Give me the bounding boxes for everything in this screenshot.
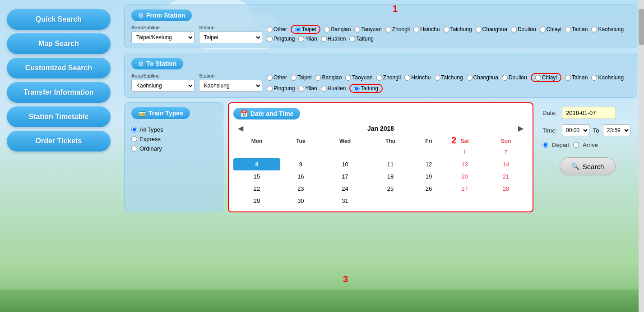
sidebar-item-customized-search[interactable]: Customized Search: [7, 58, 111, 78]
from-radio-changhua: Changhua: [476, 25, 507, 34]
calendar-day[interactable]: 23: [280, 183, 321, 195]
to-station-form: Area/Subline Kaohsiung Taipei/Keelung Ta…: [131, 73, 630, 93]
annotation-1: 1: [393, 4, 398, 14]
from-area-select[interactable]: Taipei/Keelung Taichung Kaohsiung: [131, 32, 195, 43]
from-station-icon: ⊙: [138, 12, 144, 19]
cal-header-sun: Sun: [484, 136, 528, 146]
to-station-title: To Station: [146, 60, 176, 67]
scrollbar-thumb[interactable]: [639, 9, 644, 45]
calendar-day[interactable]: 17: [321, 170, 369, 183]
calendar-day[interactable]: 18: [369, 170, 412, 183]
bottom-grass: [0, 289, 639, 312]
calendar-day[interactable]: 19: [412, 170, 445, 183]
to-station-icon: ⊙: [138, 60, 144, 67]
calendar-day[interactable]: 11: [369, 158, 412, 170]
calendar-day[interactable]: 14: [484, 158, 528, 170]
calendar: ◀ Jan 2018 ▶ Mon Tue Wed Thu Fri: [233, 124, 528, 207]
to-radio-taichung: Taichung: [435, 73, 463, 82]
sidebar-item-map-search[interactable]: Map Search: [7, 33, 111, 54]
to-area-select[interactable]: Kaohsiung Taipei/Keelung Taichung: [131, 80, 195, 92]
cal-header-wed: Wed: [321, 136, 369, 146]
calendar-day[interactable]: 7: [484, 146, 528, 158]
scrollbar[interactable]: [639, 0, 644, 312]
depart-label: Depart: [552, 142, 570, 148]
search-button[interactable]: 🔍 Search: [560, 157, 616, 175]
calendar-day[interactable]: 22: [233, 183, 280, 195]
to-station-select[interactable]: Kaohsiung Taipei: [199, 80, 262, 92]
date-row: Date:: [542, 107, 633, 119]
from-radio-yilan: Yilan: [298, 36, 317, 42]
train-type-express-radio[interactable]: [131, 136, 137, 142]
calendar-day[interactable]: 25: [369, 183, 412, 195]
calendar-day[interactable]: 9: [280, 158, 321, 170]
sidebar-item-transfer-info[interactable]: Transfer Information: [7, 82, 111, 103]
calendar-day[interactable]: 28: [484, 183, 528, 195]
calendar-day[interactable]: 10: [321, 158, 369, 170]
bottom-section: 🚃 Train Types All Types Express Ordinary: [124, 102, 637, 212]
from-station-radios: Other Taipei Banqiao Taoyuan: [267, 25, 630, 42]
calendar-next-btn[interactable]: ▶: [518, 124, 524, 133]
calendar-day[interactable]: 26: [412, 183, 445, 195]
arrive-radio[interactable]: [573, 142, 579, 148]
search-icon: 🔍: [571, 162, 580, 170]
cal-header-fri: Fri: [412, 136, 445, 146]
calendar-day[interactable]: 13: [445, 158, 484, 170]
calendar-day[interactable]: 21: [484, 170, 528, 183]
calendar-day: [412, 195, 445, 207]
datetime-header: 📅 Date and Time: [233, 108, 300, 119]
calendar-prev-btn[interactable]: ◀: [238, 124, 243, 133]
calendar-day[interactable]: 12: [412, 158, 445, 170]
from-radio-zhongli: Zhongli: [385, 25, 410, 34]
time-from-select[interactable]: 00:00 01:00 06:00: [562, 124, 589, 136]
calendar-day[interactable]: 29: [233, 195, 280, 207]
sidebar-item-quick-search[interactable]: Quick Search: [7, 9, 111, 30]
calendar-day: [484, 195, 528, 207]
calendar-day[interactable]: 20: [445, 170, 484, 183]
calendar-day[interactable]: 8: [233, 158, 280, 170]
to-radio-douliou: Douliou: [502, 73, 527, 82]
depart-row: Depart Arrive: [542, 142, 633, 148]
sidebar-item-order-tickets[interactable]: Order Tickets: [7, 131, 111, 151]
calendar-day[interactable]: 31: [321, 195, 369, 207]
train-type-ordinary-radio[interactable]: [131, 146, 137, 151]
sidebar-item-station-timetable[interactable]: Station Timetable: [7, 106, 111, 127]
depart-radio[interactable]: [542, 142, 548, 148]
date-input[interactable]: [562, 107, 616, 119]
train-types-title: Train Types: [148, 110, 183, 117]
from-radio-hualien: Hualien: [321, 36, 346, 42]
calendar-day[interactable]: 30: [280, 195, 321, 207]
train-type-list: All Types Express Ordinary: [131, 126, 216, 152]
calendar-nav: ◀ Jan 2018 ▶: [233, 124, 528, 133]
calendar-day[interactable]: 15: [233, 170, 280, 183]
calendar-day: [233, 146, 280, 158]
train-type-all: All Types: [131, 126, 216, 133]
to-radio-tainan: Tainan: [565, 73, 588, 82]
right-panel: Date: Time: 00:00 01:00 06:00 To 23:59 1…: [538, 102, 637, 212]
datetime-panel: 📅 Date and Time ◀ Jan 2018 ▶ Mon Tue: [228, 102, 533, 212]
train-type-all-radio[interactable]: [131, 127, 137, 133]
to-radio-yilan: Yilan: [298, 84, 317, 93]
from-station-header: ⊙ From Station: [131, 9, 192, 21]
date-label: Date:: [542, 110, 558, 116]
from-radio-other: Other: [267, 25, 287, 34]
from-radio-banqiao: Banqiao: [324, 25, 351, 34]
calendar-day[interactable]: 16: [280, 170, 321, 183]
to-radio-kaohsiung: Kaohsiung: [591, 73, 624, 82]
calendar-day: [369, 146, 412, 158]
to-radio-hualien: Hualien: [321, 84, 346, 93]
calendar-day[interactable]: 1: [445, 146, 484, 158]
to-station-radios: Other Taipei Banqiao Taoyuan: [267, 73, 630, 93]
from-station-select[interactable]: Taipei Banqiao: [199, 32, 262, 43]
from-area-group: Area/Subline Taipei/Keelung Taichung Kao…: [131, 25, 195, 43]
to-radio-taitung: Taitung: [349, 84, 383, 93]
annotation-3: 3: [343, 274, 348, 284]
to-radio-chiayi: Chiayi: [531, 73, 561, 82]
time-to-select[interactable]: 23:59 12:00: [603, 124, 630, 136]
from-radio-douliou: Douliou: [511, 25, 536, 34]
from-station-title: From Station: [146, 12, 185, 19]
calendar-day[interactable]: 27: [445, 183, 484, 195]
calendar-day: [369, 195, 412, 207]
to-radio-taoyuan: Taoyuan: [345, 73, 372, 82]
calendar-day[interactable]: 24: [321, 183, 369, 195]
calendar-day: [321, 146, 369, 158]
